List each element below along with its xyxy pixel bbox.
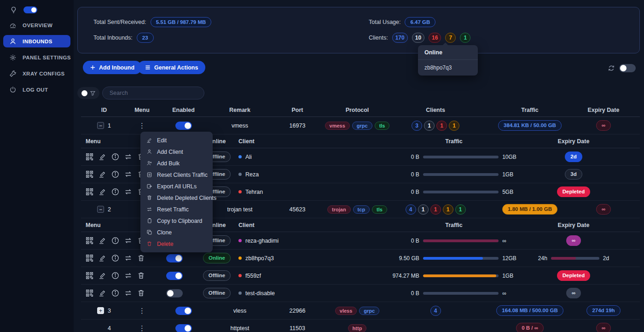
info-icon[interactable] — [111, 188, 119, 196]
clients-count-total[interactable]: 170 — [392, 33, 408, 43]
trash-icon[interactable] — [137, 289, 145, 297]
total-inbounds-label: Total Inbounds: — [93, 35, 133, 41]
inbound-port: 22966 — [270, 308, 325, 314]
sidebar-item-overview[interactable]: OVERVIEW — [3, 19, 70, 31]
inbound-remark: httptest — [210, 325, 270, 332]
online-client-item[interactable]: zb8hpo7q3 — [418, 60, 478, 76]
edit-icon[interactable] — [99, 237, 106, 245]
sidebar: OVERVIEW INBOUNDS PANEL SETTINGS XRAY CO… — [0, 0, 74, 332]
col-expiry-date: Expiry Date — [578, 107, 629, 113]
reset-clients-traffic-icon — [146, 172, 152, 178]
menu-item-delete[interactable]: Delete — [140, 238, 213, 250]
clients-count-online[interactable]: 1 — [460, 33, 470, 43]
inbound-id: 3 — [108, 308, 111, 314]
edit-icon[interactable] — [99, 153, 106, 161]
qrcode-icon[interactable] — [86, 237, 93, 245]
reset-traffic-icon[interactable] — [124, 188, 132, 196]
edit-icon[interactable] — [99, 188, 106, 196]
client-color-dot — [238, 291, 242, 295]
expand-icon[interactable]: + — [97, 307, 104, 314]
protocol-tag: http — [348, 324, 367, 332]
qrcode-icon[interactable] — [86, 153, 93, 161]
menu-item-add-client[interactable]: Add Client — [140, 146, 213, 157]
clients-count-depleted[interactable]: 16 — [429, 33, 441, 43]
collapse-icon[interactable]: − — [97, 206, 104, 213]
qrcode-icon[interactable] — [86, 170, 93, 178]
clients-count-expiring[interactable]: 7 — [445, 33, 456, 43]
general-actions-button[interactable]: General Actions — [138, 61, 205, 74]
protocol-tag: vmess — [325, 122, 350, 130]
add-client-icon — [146, 149, 152, 155]
edit-icon[interactable] — [99, 272, 106, 280]
col-port: Port — [270, 107, 325, 113]
sidebar-item-panel-settings[interactable]: PANEL SETTINGS — [3, 51, 70, 64]
reset-traffic-icon[interactable] — [124, 254, 132, 262]
collapse-icon[interactable]: − — [97, 122, 104, 129]
reset-traffic-icon[interactable] — [124, 153, 132, 161]
qrcode-icon[interactable] — [86, 254, 93, 262]
reset-traffic-icon[interactable] — [124, 170, 132, 178]
info-icon[interactable] — [111, 254, 119, 262]
info-icon[interactable] — [111, 289, 119, 297]
clients-label: Clients: — [369, 35, 388, 41]
enabled-toggle[interactable] — [175, 307, 192, 315]
sidebar-item-inbounds[interactable]: INBOUNDS — [3, 35, 70, 47]
trash-icon[interactable] — [137, 254, 145, 262]
menu-item-copy-to-clipboard[interactable]: Copy to Clipboard — [140, 215, 213, 227]
sidebar-item-xray-configs[interactable]: XRAY CONFIGS — [3, 67, 70, 80]
menu-item-reset-clients-traffic[interactable]: Reset Clients Traffic — [140, 169, 213, 181]
reset-traffic-icon[interactable] — [124, 289, 132, 297]
clients-count-inactive[interactable]: 10 — [412, 33, 424, 43]
stats-card: Total Sent/Received: 5.51 GB / 987.79 MB… — [77, 7, 640, 53]
row-menu-button[interactable]: ⋮ — [139, 307, 145, 315]
qrcode-icon[interactable] — [86, 289, 93, 297]
menu-item-clone[interactable]: Clone — [140, 227, 213, 238]
sidebar-item-log-out[interactable]: LOG OUT — [3, 83, 70, 96]
add-inbound-button[interactable]: Add Inbound — [83, 61, 142, 74]
client-count-badge: 4 — [430, 306, 441, 316]
theme-toggle[interactable] — [23, 6, 37, 13]
trash-icon[interactable] — [137, 272, 145, 280]
client-enabled-toggle[interactable] — [166, 254, 183, 262]
info-icon[interactable] — [111, 272, 119, 280]
edit-icon[interactable] — [99, 254, 106, 262]
client-enabled-toggle[interactable] — [166, 272, 183, 280]
edit-icon[interactable] — [99, 170, 106, 178]
bulb-icon — [10, 6, 17, 13]
search-input[interactable] — [102, 87, 204, 99]
menu-item-delete-depleted-clients[interactable]: Delete Depleted Clients — [140, 192, 213, 204]
inbound-id: 2 — [108, 206, 111, 213]
menu-item-add-bulk[interactable]: Add Bulk — [140, 157, 213, 169]
inbound-row-httptest[interactable]: +4 ⋮ httptest 11503 http 0 B / ∞ ∞ — [81, 320, 640, 332]
client-row-f559zf[interactable]: Offline f559zf 974.27 MB 1GB Depleted — [81, 267, 640, 285]
qrcode-icon[interactable] — [86, 188, 93, 196]
client-color-dot — [238, 190, 242, 193]
total-inbounds-value: 23 — [137, 33, 154, 43]
protocol-tag: trojan — [327, 205, 351, 214]
client-row-test-disable[interactable]: Offline test-disable 0 B ∞ ∞ — [81, 285, 640, 302]
refresh-icon[interactable] — [608, 64, 615, 72]
menu-item-export-all-urls[interactable]: Export All URLs — [140, 181, 213, 192]
enabled-toggle[interactable] — [175, 324, 192, 332]
traffic-used: 0 B — [380, 290, 419, 297]
menu-item-reset-traffic[interactable]: Reset Traffic — [140, 204, 213, 215]
client-enabled-toggle[interactable] — [166, 289, 183, 297]
sidebar-item-label: LOG OUT — [23, 87, 48, 93]
enabled-toggle[interactable] — [175, 122, 192, 130]
client-count-badge: 4 — [406, 204, 416, 215]
client-count-badge: 1 — [424, 121, 435, 131]
row-menu-button[interactable]: ⋮ — [139, 122, 145, 130]
menu-item-edit[interactable]: Edit — [140, 134, 213, 146]
info-icon[interactable] — [111, 153, 119, 161]
auto-refresh-toggle[interactable] — [619, 64, 636, 72]
info-icon[interactable] — [111, 170, 119, 178]
inbound-row-vless[interactable]: +3 ⋮ vless 22966 vless grpc 4 164.08 MB … — [81, 302, 640, 320]
traffic-badge: 1.80 MB / 1.00 GB — [502, 204, 557, 214]
qrcode-icon[interactable] — [86, 272, 93, 280]
info-icon[interactable] — [111, 237, 119, 245]
reset-traffic-icon[interactable] — [124, 272, 132, 280]
row-menu-button[interactable]: ⋮ — [139, 324, 145, 332]
reset-traffic-icon[interactable] — [124, 237, 132, 245]
edit-icon[interactable] — [99, 289, 106, 297]
filter-toggle-pill[interactable] — [77, 87, 99, 99]
